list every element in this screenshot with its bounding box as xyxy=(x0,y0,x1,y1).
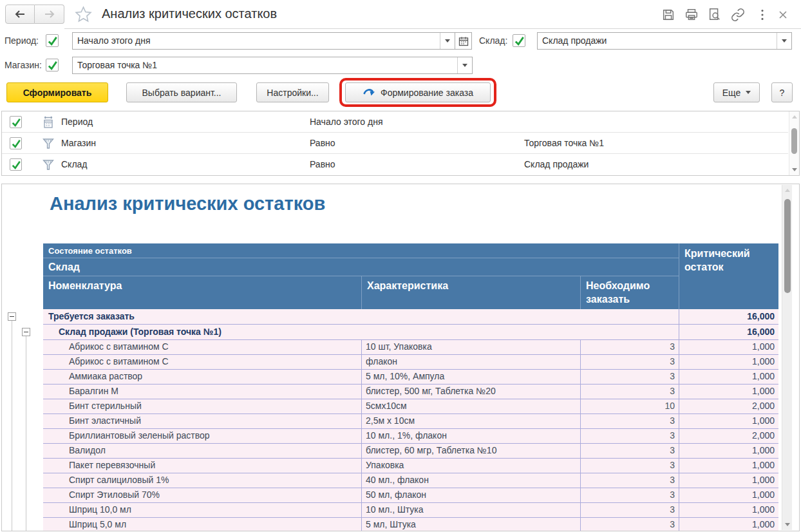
tree-line xyxy=(12,321,12,531)
header-state: Состояние остатков xyxy=(43,243,679,258)
filter-value: Склад продажи xyxy=(524,154,589,175)
check-icon xyxy=(11,160,21,170)
minus-icon xyxy=(24,332,28,332)
cell-characteristic: 10 шт, Упаковка xyxy=(361,340,580,354)
cell-characteristic: 5смх10см xyxy=(361,399,580,413)
filter-row-period[interactable]: Период Начало этого дня xyxy=(2,111,788,133)
warehouse-group-row: Склад продажи (Торговая точка №1) 16,000 xyxy=(43,325,778,340)
total-group-row: Требуется заказать 16,000 xyxy=(43,309,778,325)
store-dropdown-button[interactable] xyxy=(457,57,472,73)
help-button[interactable]: ? xyxy=(771,82,793,102)
cell-critical-rest: 1,000 xyxy=(679,518,778,531)
more-vertical-icon[interactable] xyxy=(755,7,770,23)
cell-nomenclature: Спирт салициловый 1% xyxy=(43,473,361,488)
scrollbar-thumb[interactable] xyxy=(791,128,797,154)
choose-variant-button[interactable]: Выбрать вариант... xyxy=(126,82,237,102)
report-scrollbar[interactable] xyxy=(782,185,792,530)
link-icon[interactable] xyxy=(730,7,746,23)
cell-characteristic: 2,5м х 10см xyxy=(361,414,580,428)
header-nomenclature: Номенклатура xyxy=(43,276,361,309)
table-row: Бинт стерильный 5смх10см 10 2,000 xyxy=(43,399,778,414)
table-row: Спирт салициловый 1% 40 мл., флакон 3 1,… xyxy=(43,473,778,488)
cell-need-to-order: 3 xyxy=(580,370,679,384)
total-group-critical: 16,000 xyxy=(679,309,778,324)
order-generation-button[interactable]: Формирование заказа xyxy=(345,82,491,102)
cell-need-to-order: 3 xyxy=(580,459,679,473)
cell-characteristic: 10 мл., Штука xyxy=(361,503,580,517)
period-value: Начало этого дня xyxy=(73,33,440,49)
period-combobox[interactable]: Начало этого дня xyxy=(72,32,455,50)
save-icon[interactable] xyxy=(661,7,676,23)
report-area: Анализ критических остатков Состояние ос… xyxy=(1,184,800,531)
chevron-down-icon xyxy=(462,64,467,67)
cell-need-to-order: 3 xyxy=(580,414,679,428)
cell-nomenclature: Баралгин М xyxy=(43,385,361,399)
print-preview-icon[interactable] xyxy=(707,7,722,23)
cell-nomenclature: Валидол xyxy=(43,444,361,458)
cell-need-to-order: 3 xyxy=(580,385,679,399)
collapse-group-2-expander[interactable] xyxy=(22,328,30,336)
cell-critical-rest: 1,000 xyxy=(679,355,778,369)
curved-arrow-icon xyxy=(363,87,375,98)
filter-list-scrollbar[interactable] xyxy=(789,111,799,175)
check-icon xyxy=(47,60,58,71)
warehouse-combobox[interactable]: Склад продажи xyxy=(537,32,792,50)
nav-buttons xyxy=(5,5,64,24)
store-combobox[interactable]: Торговая точка №1 xyxy=(72,57,473,74)
settings-button[interactable]: Настройки... xyxy=(256,82,329,102)
filter-row-store[interactable]: Магазин Равно Торговая точка №1 xyxy=(2,133,788,154)
filter-row-warehouse[interactable]: Склад Равно Склад продажи xyxy=(2,154,788,175)
scroll-up-icon[interactable] xyxy=(792,115,797,119)
store-row-checkbox[interactable] xyxy=(10,137,22,149)
cell-characteristic: 5 мл, 10%, Ампула xyxy=(361,370,580,384)
table-row: Бинт эластичный 2,5м х 10см 3 1,000 xyxy=(43,414,778,429)
table-row: Абрикос с витамином С 10 шт, Упаковка 3 … xyxy=(43,340,778,355)
favorite-star-icon[interactable] xyxy=(75,6,92,26)
cell-critical-rest: 1,000 xyxy=(679,370,778,384)
warehouse-dropdown-button[interactable] xyxy=(777,33,791,49)
warehouse-group-critical: 16,000 xyxy=(679,325,778,339)
cell-nomenclature: Пакет перевязочный xyxy=(43,459,361,473)
cell-nomenclature: Аммиака раствор xyxy=(43,370,361,384)
back-button[interactable] xyxy=(5,5,35,24)
close-icon[interactable] xyxy=(775,7,791,23)
period-row-checkbox[interactable] xyxy=(10,116,22,128)
filter-settings-list: Период Начало этого дня Магазин Равно То… xyxy=(1,111,800,176)
header-characteristic: Характеристика xyxy=(361,276,580,309)
warehouse-checkbox[interactable] xyxy=(513,34,525,47)
scroll-down-icon[interactable] xyxy=(785,523,790,526)
forward-button[interactable] xyxy=(35,5,64,24)
cell-characteristic: флакон xyxy=(361,355,580,369)
scroll-up-icon[interactable] xyxy=(785,189,790,192)
check-icon xyxy=(11,117,21,128)
report-table-body: Требуется заказать 16,000 Склад продажи … xyxy=(43,309,778,531)
collapse-group-1-expander[interactable] xyxy=(8,312,16,321)
cell-need-to-order: 10 xyxy=(580,399,679,413)
cell-need-to-order: 3 xyxy=(580,355,679,369)
arrow-left-icon xyxy=(14,10,26,19)
print-icon[interactable] xyxy=(684,7,699,23)
warehouse-row-checkbox[interactable] xyxy=(10,158,22,171)
scroll-down-icon[interactable] xyxy=(792,168,797,171)
chevron-down-icon xyxy=(746,91,751,94)
total-group-label: Требуется заказать xyxy=(43,309,679,324)
period-checkbox[interactable] xyxy=(46,34,59,47)
period-dropdown-button[interactable] xyxy=(440,33,455,49)
scrollbar-thumb[interactable] xyxy=(784,199,791,293)
cell-nomenclature: Абрикос с витамином С xyxy=(43,355,361,369)
cell-nomenclature: Абрикос с витамином С xyxy=(43,340,361,354)
store-checkbox[interactable] xyxy=(46,59,59,71)
calendar-icon xyxy=(458,36,469,46)
generate-button[interactable]: Сформировать xyxy=(6,82,108,102)
chevron-down-icon xyxy=(782,39,787,43)
filter-condition: Начало этого дня xyxy=(310,111,383,133)
more-button[interactable]: Еще xyxy=(713,82,760,102)
period-calendar-button[interactable] xyxy=(455,32,472,50)
period-parameter-icon xyxy=(42,116,55,131)
filter-funnel-icon xyxy=(42,137,55,153)
store-label: Магазин: xyxy=(5,57,42,74)
warehouse-label: Склад: xyxy=(479,32,507,50)
minus-icon xyxy=(10,316,14,317)
cell-critical-rest: 1,000 xyxy=(679,385,778,399)
cell-critical-rest: 1,000 xyxy=(679,444,778,458)
